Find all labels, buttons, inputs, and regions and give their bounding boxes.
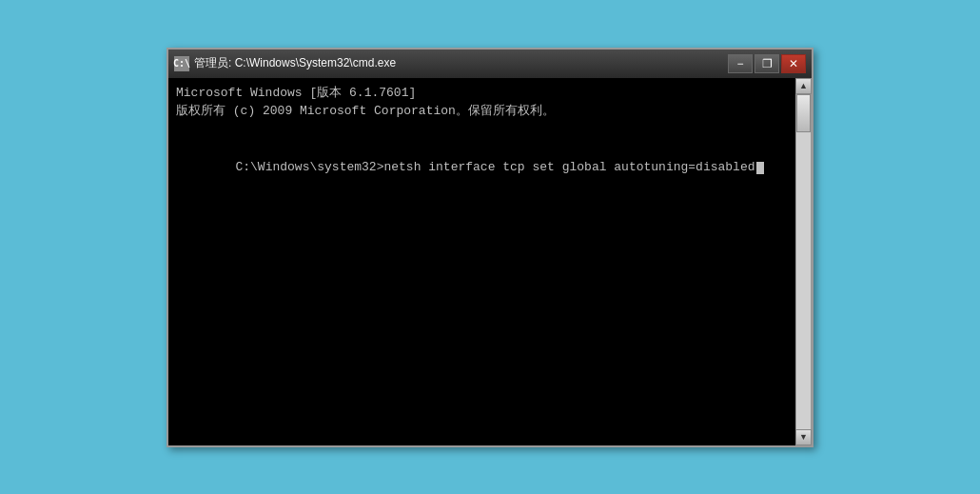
scrollbar: ▲ ▼: [795, 78, 812, 445]
restore-button[interactable]: ❐: [755, 54, 779, 73]
window-controls: − ❐ ✕: [728, 54, 806, 73]
cmd-window: C:\ 管理员: C:\Windows\System32\cmd.exe − ❐…: [167, 48, 813, 447]
window-body: Microsoft Windows [版本 6.1.7601] 版权所有 (c)…: [168, 78, 812, 445]
window-title: 管理员: C:\Windows\System32\cmd.exe: [194, 55, 396, 71]
minimize-button[interactable]: −: [728, 54, 753, 73]
scroll-down-button[interactable]: ▼: [795, 429, 812, 445]
scrollbar-thumb[interactable]: [796, 94, 811, 132]
close-button[interactable]: ✕: [781, 54, 806, 73]
scrollbar-track[interactable]: [795, 94, 812, 429]
terminal-output[interactable]: Microsoft Windows [版本 6.1.7601] 版权所有 (c)…: [168, 78, 795, 445]
terminal-line-2: 版权所有 (c) 2009 Microsoft Corporation。保留所有…: [176, 102, 788, 121]
scroll-up-button[interactable]: ▲: [795, 78, 812, 94]
terminal-line-1: Microsoft Windows [版本 6.1.7601]: [176, 84, 788, 103]
title-bar-left: C:\ 管理员: C:\Windows\System32\cmd.exe: [174, 55, 396, 71]
title-bar: C:\ 管理员: C:\Windows\System32\cmd.exe − ❐…: [168, 49, 812, 78]
terminal-line-4: C:\Windows\system32>netsh interface tcp …: [176, 139, 788, 195]
terminal-line-3: [176, 121, 788, 140]
cursor-blink: [756, 162, 764, 174]
cmd-icon: C:\: [174, 56, 189, 71]
